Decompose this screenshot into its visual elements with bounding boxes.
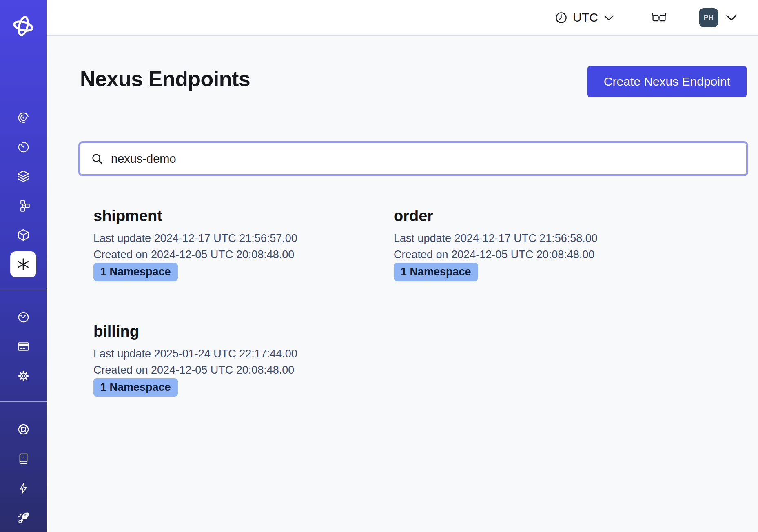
- timezone-label: UTC: [573, 11, 598, 24]
- endpoint-created-on: Created on 2024-12-05 UTC 20:08:48.00: [93, 362, 394, 378]
- endpoint-name[interactable]: billing: [93, 322, 394, 341]
- usage-gauge-icon: [17, 311, 30, 324]
- sidebar-item-billing[interactable]: [0, 332, 47, 361]
- temporal-logo-icon[interactable]: [11, 14, 35, 38]
- top-header: UTC PH: [47, 0, 758, 36]
- schedules-icon: [17, 141, 30, 153]
- sidebar-nav-help: [0, 415, 47, 532]
- namespaces-icon: [17, 228, 30, 242]
- endpoint-name[interactable]: order: [394, 206, 694, 225]
- endpoint-name[interactable]: shipment: [93, 206, 394, 225]
- endpoint-last-update: Last update 2024-12-17 UTC 21:56:58.00: [394, 230, 694, 246]
- search-box[interactable]: [80, 143, 747, 175]
- sidebar-nav-account: [0, 302, 47, 390]
- sidebar-divider: [0, 401, 47, 402]
- nexus-icon: [16, 257, 30, 271]
- deployments-icon: [17, 200, 30, 212]
- page-head: Nexus Endpoints Create Nexus Endpoint: [80, 66, 747, 97]
- account-menu[interactable]: PH: [699, 8, 737, 27]
- batch-operations-icon: [17, 170, 30, 183]
- search-icon: [91, 153, 104, 165]
- namespace-count-badge: 1 Namespace: [394, 263, 478, 281]
- clock-icon: [555, 11, 567, 24]
- docs-book-icon: [17, 452, 30, 465]
- sidebar-item-docs[interactable]: [0, 444, 47, 473]
- active-nav-pill: [10, 251, 36, 277]
- sidebar-divider: [0, 290, 47, 290]
- sidebar-item-feedback[interactable]: [0, 473, 47, 503]
- support-lifebuoy-icon: [17, 423, 30, 436]
- sidebar-item-support[interactable]: [0, 415, 47, 444]
- endpoint-grid: shipment Last update 2024-12-17 UTC 21:5…: [80, 206, 747, 397]
- page-title: Nexus Endpoints: [80, 66, 250, 91]
- billing-card-icon: [17, 340, 30, 353]
- avatar[interactable]: PH: [699, 8, 718, 27]
- glasses-icon: [652, 12, 666, 23]
- avatar-chevron-down-icon: [725, 14, 737, 21]
- sidebar-item-usage[interactable]: [0, 302, 47, 332]
- sidebar-nav-primary: [0, 103, 47, 279]
- main-column: UTC PH Nexus Endpoints Create Nexus Endp…: [47, 0, 758, 532]
- endpoint-created-on: Created on 2024-12-05 UTC 20:08:48.00: [93, 246, 394, 263]
- sidebar: [0, 0, 47, 532]
- workflows-icon: [17, 111, 30, 124]
- endpoint-last-update: Last update 2025-01-24 UTC 22:17:44.00: [93, 346, 394, 362]
- endpoint-last-update: Last update 2024-12-17 UTC 21:56:57.00: [93, 230, 394, 246]
- settings-gear-icon: [17, 370, 30, 382]
- content-area: Nexus Endpoints Create Nexus Endpoint sh…: [47, 36, 758, 532]
- namespace-count-badge: 1 Namespace: [93, 263, 178, 281]
- reader-mode-button[interactable]: [649, 11, 669, 24]
- namespace-count-badge: 1 Namespace: [93, 378, 178, 397]
- sidebar-item-getting-started[interactable]: [0, 503, 47, 532]
- sidebar-item-namespaces[interactable]: [0, 220, 47, 250]
- sidebar-item-schedules[interactable]: [0, 132, 47, 162]
- search-input[interactable]: [110, 152, 736, 166]
- getting-started-rocket-icon: [17, 511, 30, 524]
- sidebar-item-workflows[interactable]: [0, 103, 47, 132]
- chevron-down-icon: [603, 14, 614, 21]
- sidebar-item-batch-operations[interactable]: [0, 162, 47, 191]
- sidebar-item-settings[interactable]: [0, 361, 47, 390]
- timezone-selector[interactable]: UTC: [552, 10, 617, 25]
- sidebar-item-deployments[interactable]: [0, 191, 47, 220]
- endpoint-card-billing: billing Last update 2025-01-24 UTC 22:17…: [93, 322, 394, 397]
- endpoint-created-on: Created on 2024-12-05 UTC 20:08:48.00: [394, 246, 694, 263]
- endpoint-card-shipment: shipment Last update 2024-12-17 UTC 21:5…: [93, 206, 394, 281]
- endpoint-card-order: order Last update 2024-12-17 UTC 21:56:5…: [394, 206, 694, 281]
- sidebar-item-nexus[interactable]: [0, 250, 47, 279]
- feedback-lightning-icon: [17, 482, 30, 494]
- create-nexus-endpoint-button[interactable]: Create Nexus Endpoint: [587, 66, 747, 97]
